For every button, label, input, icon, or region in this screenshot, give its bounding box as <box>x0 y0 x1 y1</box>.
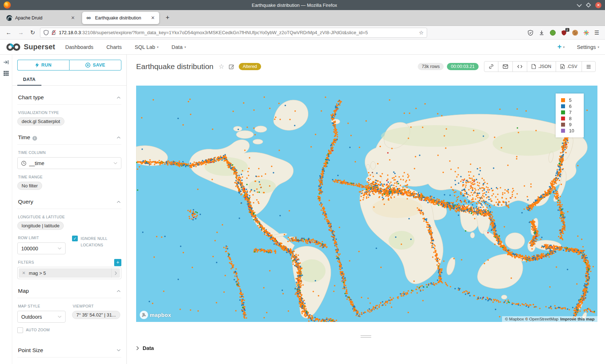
bookmark-star-icon[interactable]: ☆ <box>419 29 424 36</box>
map-style-value: Outdoors <box>21 314 42 320</box>
viewport-value[interactable]: 7° 35' 54.02" | 31... <box>72 311 120 319</box>
improve-map-link[interactable]: Improve this map <box>560 317 595 321</box>
auto-zoom-label: AUTO ZOOM <box>26 327 50 333</box>
results-panel-header[interactable]: Data <box>136 345 596 351</box>
nav-dashboards[interactable]: Dashboards <box>65 44 93 50</box>
url-field[interactable]: 172.18.0.3:32108/superset/explore/?form_… <box>40 28 427 38</box>
filters-label: FILTERS <box>18 260 34 264</box>
row-limit-select[interactable]: 100000 <box>17 242 66 254</box>
superset-favicon: ∞ <box>86 15 92 21</box>
time-column-select[interactable]: __time <box>17 157 121 169</box>
window-titlebar: Earthquake distribution — Mozilla Firefo… <box>0 0 605 10</box>
collapse-panel-icon[interactable] <box>3 60 9 65</box>
mapbox-logo[interactable]: mapbox <box>140 311 171 319</box>
cookie-icon[interactable] <box>572 30 578 36</box>
legend-item[interactable]: 6 <box>561 103 582 109</box>
tab-close-icon[interactable]: ✕ <box>70 15 76 21</box>
superset-logo[interactable]: Superset <box>6 42 55 52</box>
forward-button[interactable]: → <box>17 29 25 36</box>
viz-type-value[interactable]: deck.gl Scatterplot <box>17 117 64 126</box>
deckgl-map[interactable]: 5678910 mapbox © Mapbox © OpenStreetMapI… <box>136 86 597 322</box>
map-style-label: MAP STYLE <box>18 304 66 308</box>
section-point-size[interactable]: Point Size <box>17 338 121 358</box>
extension-star-icon[interactable] <box>583 30 589 36</box>
embed-code-button[interactable] <box>512 62 527 72</box>
save-button[interactable]: SAVE <box>69 60 121 70</box>
nav-settings[interactable]: Settings▾ <box>577 44 599 50</box>
chevron-right-icon <box>136 346 139 350</box>
add-filter-button[interactable]: + <box>114 259 121 266</box>
splitter-handle[interactable] <box>360 334 371 339</box>
chevron-down-icon <box>117 349 121 351</box>
explore-control-panel: RUN SAVE DATA Chart type VISUALIZATION T… <box>12 55 127 364</box>
tab-data[interactable]: DATA <box>17 75 41 86</box>
file-x-icon <box>560 64 565 69</box>
legend-item[interactable]: 9 <box>561 122 582 128</box>
tab-earthquake-distribution[interactable]: ∞ Earthquake distribution ✕ <box>82 12 159 24</box>
row-count-badge: 73k rows <box>418 63 444 70</box>
download-icon[interactable] <box>539 30 544 36</box>
window-maximize-icon[interactable] <box>586 3 591 8</box>
ublock-icon[interactable]: 2 <box>561 30 567 36</box>
filter-item[interactable]: ✕ mag > 5 <box>19 268 120 278</box>
time-range-value[interactable]: No filter <box>17 182 42 190</box>
legend-swatch <box>561 98 565 102</box>
tab-apache-druid[interactable]: Apache Druid ✕ <box>2 12 79 24</box>
legend-item[interactable]: 7 <box>561 109 582 115</box>
email-button[interactable] <box>498 62 512 72</box>
tab-close-icon[interactable]: ✕ <box>150 15 156 21</box>
section-map[interactable]: Map <box>17 279 121 298</box>
export-json-button[interactable]: .JSON <box>527 62 556 72</box>
auto-zoom-checkbox[interactable] <box>17 327 23 333</box>
expand-filter-icon[interactable] <box>111 268 120 278</box>
reload-button[interactable]: ↻ <box>29 29 36 36</box>
chevron-up-icon <box>117 136 121 139</box>
link-icon <box>489 64 494 69</box>
privacy-badger-icon[interactable] <box>550 30 556 36</box>
chevron-down-icon: ▾ <box>184 45 186 49</box>
lonlat-value[interactable]: longitude | latitude <box>17 222 64 230</box>
copy-link-button[interactable] <box>484 62 498 72</box>
insecure-lock-icon[interactable] <box>51 30 56 35</box>
superset-navbar: Superset Dashboards Charts SQL Lab▾ Data… <box>0 40 605 55</box>
ignore-null-checkbox[interactable]: ✓ <box>72 236 78 241</box>
map-style-select[interactable]: Outdoors <box>17 311 66 323</box>
attribution-text[interactable]: © Mapbox © OpenStreetMap <box>505 317 559 321</box>
window-close-button[interactable]: ✕ <box>595 2 601 8</box>
row-limit-label: ROW LIMIT <box>18 236 66 240</box>
new-tab-button[interactable]: + <box>163 14 172 22</box>
legend-item[interactable]: 8 <box>561 115 582 122</box>
legend-item[interactable]: 10 <box>561 128 582 134</box>
export-toolbar: .JSON .CSV <box>484 61 596 72</box>
favorite-star-icon[interactable]: ☆ <box>219 63 224 70</box>
nav-charts[interactable]: Charts <box>106 44 122 50</box>
info-icon: i <box>32 136 37 141</box>
shield-icon[interactable] <box>44 30 49 35</box>
dataset-grid-icon[interactable] <box>3 70 9 76</box>
edit-properties-icon[interactable] <box>229 64 234 69</box>
menu-icon[interactable]: ☰ <box>595 29 599 36</box>
section-title: Timei <box>18 134 37 141</box>
time-column-label: TIME COLUMN <box>18 150 121 155</box>
run-button[interactable]: RUN <box>17 60 69 70</box>
viz-type-label: VISUALIZATION TYPE <box>18 110 121 115</box>
url-text[interactable]: 172.18.0.3:32108/superset/explore/?form_… <box>59 30 416 35</box>
mapbox-wordmark: mapbox <box>150 312 171 318</box>
back-button[interactable]: ← <box>4 29 13 36</box>
export-csv-button[interactable]: .CSV <box>556 62 582 72</box>
legend-swatch <box>561 129 565 133</box>
chart-menu-button[interactable] <box>582 62 595 72</box>
tab-label: Apache Druid <box>15 15 67 21</box>
section-query[interactable]: Query <box>17 190 121 209</box>
permissions-shield-icon[interactable] <box>528 30 533 36</box>
section-chart-type[interactable]: Chart type <box>17 86 121 105</box>
filter-expression: mag > 5 <box>29 270 111 276</box>
legend-item[interactable]: 5 <box>561 97 582 103</box>
chevron-down-icon: ▾ <box>563 45 565 49</box>
new-chart-button[interactable]: +▾ <box>557 43 565 51</box>
section-time[interactable]: Timei <box>17 126 121 145</box>
nav-sql-lab[interactable]: SQL Lab▾ <box>135 44 158 50</box>
map-attribution: © Mapbox © OpenStreetMapImprove this map <box>502 316 597 322</box>
nav-data[interactable]: Data▾ <box>171 44 186 50</box>
remove-filter-icon[interactable]: ✕ <box>19 270 29 276</box>
